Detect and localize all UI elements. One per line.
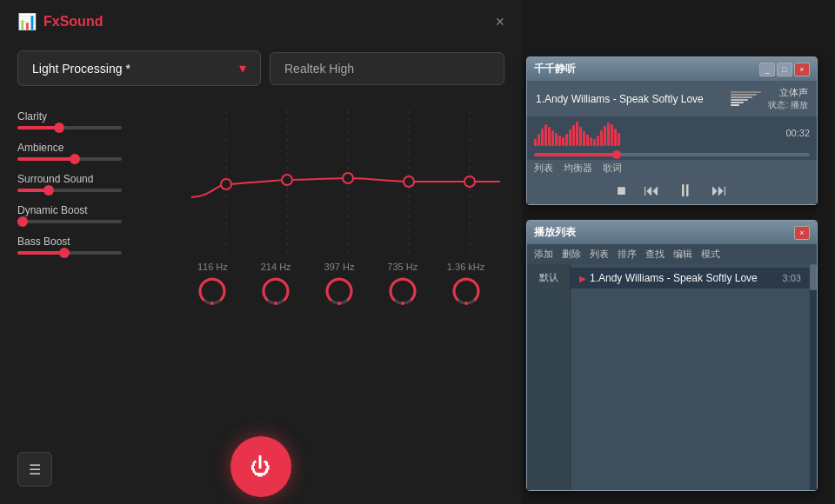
track-name-1: 1.Andy Williams - Speak Softly Love [590, 272, 779, 284]
player-menu-equalizer[interactable]: 均衡器 [564, 162, 592, 175]
player-mode: 立体声 状态: 播放 [768, 86, 808, 111]
bass-label: Bass Boost [17, 235, 157, 248]
output-label: Realtek High [270, 52, 504, 85]
clarity-slider[interactable] [17, 126, 122, 129]
logo-icon: 📊 [17, 12, 37, 31]
eq-curve [174, 102, 504, 275]
playlist-close-button[interactable]: × [794, 226, 810, 240]
eq-knob-1[interactable] [197, 275, 228, 307]
pl-menu-add[interactable]: 添加 [534, 248, 553, 261]
player-close-button[interactable]: × [794, 63, 810, 76]
waveform-bar [614, 129, 617, 146]
player-restore-button[interactable]: □ [777, 63, 792, 76]
list-item[interactable]: ▶ 1.Andy Williams - Speak Softly Love 3:… [571, 268, 810, 288]
player-status [731, 91, 761, 106]
svg-point-11 [210, 302, 214, 305]
freq-label-4: 735 Hz [377, 262, 429, 272]
menu-button[interactable]: ☰ [17, 452, 52, 487]
eq-band-3: 397 Hz [313, 262, 365, 307]
ambience-slider[interactable] [17, 157, 122, 161]
dynamic-control: Dynamic Boost [17, 204, 157, 223]
bass-slider[interactable] [17, 251, 122, 255]
eq-knob-2[interactable] [260, 275, 291, 307]
waveform-bar [604, 126, 606, 146]
freq-label-1: 116 Hz [186, 262, 238, 272]
player-menubar: 列表 均衡器 歌词 [527, 160, 817, 176]
bass-control: Bass Boost [17, 235, 157, 255]
waveform-bar [590, 137, 592, 146]
progress-thumb[interactable] [612, 150, 621, 159]
player-window: 千千静听 _ □ × 1.Andy Williams - Speak Softl… [526, 56, 818, 205]
player-menu-lyrics[interactable]: 歌词 [603, 162, 622, 175]
pl-menu-delete[interactable]: 删除 [562, 248, 581, 261]
scrollbar-thumb[interactable] [810, 264, 817, 290]
close-button[interactable]: × [495, 14, 504, 30]
playlist-body: 默认 ▶ 1.Andy Williams - Speak Softly Love… [527, 264, 817, 490]
preset-label: Light Processing * [32, 62, 130, 76]
play-icon: ▶ [579, 274, 586, 283]
progress-fill [534, 153, 617, 156]
ambience-control: Ambience [17, 142, 157, 161]
prev-button[interactable]: ⏮ [644, 182, 659, 198]
waveform-bar [538, 134, 540, 146]
player-window-buttons: _ □ × [759, 63, 810, 76]
freq-label-3: 397 Hz [313, 262, 365, 272]
main-content: Clarity Ambience Surround Sound [0, 93, 522, 432]
waveform-bar [583, 131, 585, 146]
fxsound-window: 📊 FxSound × Light Processing * ▾ Realtek… [0, 0, 522, 504]
eq-knob-3[interactable] [324, 275, 355, 307]
surround-slider[interactable] [17, 189, 122, 192]
logo: 📊 FxSound [17, 12, 103, 31]
waveform-bar [593, 139, 596, 146]
player-menu-playlist[interactable]: 列表 [534, 162, 553, 175]
status-label: 状态: 播放 [768, 99, 808, 111]
pl-menu-list[interactable]: 列表 [590, 248, 609, 261]
eq-knob-4[interactable] [387, 275, 418, 307]
chevron-down-icon: ▾ [239, 60, 246, 76]
eq-knob-5[interactable] [451, 275, 482, 307]
pl-menu-search[interactable]: 查找 [645, 248, 665, 261]
playlist-category: 默认 [527, 264, 571, 490]
eq-freq-labels: 116 Hz 214 Hz [174, 262, 504, 307]
next-button[interactable]: ⏭ [711, 182, 727, 198]
clarity-label: Clarity [17, 110, 157, 123]
player-controls: ■ ⏮ ⏸ ⏭ [527, 176, 817, 204]
waveform-bar [569, 129, 571, 146]
waveform-bar [548, 127, 551, 146]
pl-menu-mode[interactable]: 模式 [701, 248, 720, 261]
ambience-label: Ambience [17, 142, 157, 154]
preset-bar: Light Processing * ▾ Realtek High [0, 43, 522, 93]
eq-band-1: 116 Hz [186, 262, 238, 307]
play-pause-button[interactable]: ⏸ [677, 182, 694, 199]
eq-area: 116 Hz 214 Hz [174, 102, 504, 275]
clarity-control: Clarity [17, 110, 157, 129]
surround-label: Surround Sound [17, 173, 157, 185]
svg-point-15 [337, 302, 341, 305]
pl-menu-edit[interactable]: 编辑 [673, 248, 692, 261]
playlist-window: 播放列表 × 添加 删除 列表 排序 查找 编辑 模式 默认 ▶ 1.Andy … [526, 220, 818, 491]
dynamic-label: Dynamic Boost [17, 204, 157, 216]
app-name: FxSound [43, 14, 103, 30]
waveform-bar [586, 135, 589, 146]
waveform-bar [579, 127, 582, 146]
waveform-bar [597, 136, 599, 146]
stereo-label: 立体声 [779, 86, 808, 99]
preset-dropdown[interactable]: Light Processing * ▾ [17, 50, 261, 86]
svg-point-17 [401, 302, 404, 305]
controls-panel: Clarity Ambience Surround Sound [17, 102, 157, 423]
stop-button[interactable]: ■ [617, 182, 626, 198]
progress-track[interactable] [534, 153, 810, 156]
power-button[interactable]: ⏻ [230, 436, 291, 497]
waveform-bar [576, 122, 578, 146]
eq-band-4: 735 Hz [377, 262, 429, 307]
waveform-bar [572, 125, 575, 146]
playlist-scrollbar[interactable] [810, 264, 817, 490]
waveform-bar [600, 130, 603, 146]
progress-bar-area[interactable] [527, 149, 817, 160]
player-minimize-button[interactable]: _ [759, 63, 775, 76]
waveform-bar [551, 130, 554, 146]
header: 📊 FxSound × [0, 0, 522, 43]
dynamic-slider[interactable] [17, 220, 122, 223]
waveform-bar [618, 133, 620, 146]
pl-menu-sort[interactable]: 排序 [618, 248, 637, 261]
